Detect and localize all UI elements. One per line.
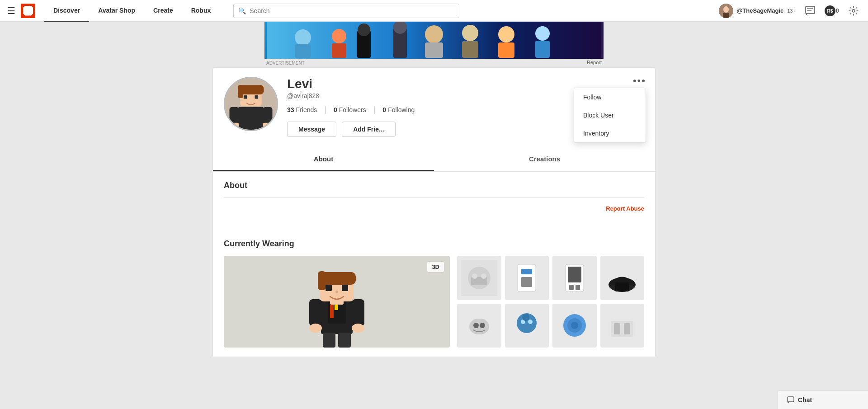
svg-point-1 xyxy=(723,6,729,13)
svg-point-74 xyxy=(473,323,479,328)
item-thumb-1[interactable] xyxy=(457,256,501,300)
search-input[interactable] xyxy=(250,7,454,14)
following-stat[interactable]: 0 Following xyxy=(382,106,415,113)
svg-rect-41 xyxy=(335,305,338,310)
svg-rect-63 xyxy=(521,277,532,287)
svg-rect-2 xyxy=(723,13,729,18)
svg-rect-35 xyxy=(263,107,273,124)
tab-creations[interactable]: Creations xyxy=(434,148,655,171)
svg-rect-31 xyxy=(244,95,247,99)
svg-rect-66 xyxy=(568,267,581,282)
svg-text:R$: R$ xyxy=(827,9,833,14)
nav-avatar-image xyxy=(719,4,733,18)
svg-rect-43 xyxy=(352,299,364,326)
items-grid xyxy=(457,256,644,348)
followers-label: Followers xyxy=(339,106,366,113)
svg-rect-14 xyxy=(332,43,346,58)
three-dots-button[interactable]: ••• xyxy=(633,75,646,87)
chat-icon-nav[interactable] xyxy=(803,4,817,18)
item-thumb-4[interactable] xyxy=(600,256,645,300)
svg-rect-22 xyxy=(462,41,478,58)
svg-rect-37 xyxy=(263,123,273,130)
svg-rect-54 xyxy=(330,300,344,305)
svg-point-19 xyxy=(425,25,443,43)
item-thumb-8[interactable] xyxy=(600,304,645,348)
svg-point-45 xyxy=(352,324,364,333)
friends-stat[interactable]: 33 Friends xyxy=(287,106,317,113)
svg-rect-40 xyxy=(330,305,334,318)
chat-bar[interactable]: Chat xyxy=(778,390,868,409)
about-title: About xyxy=(224,181,644,190)
nav-links: Discover Avatar Shop Create Robux xyxy=(44,0,220,22)
svg-rect-12 xyxy=(295,44,311,58)
about-divider xyxy=(224,197,644,198)
svg-rect-33 xyxy=(238,107,264,130)
toggle-3d-button[interactable]: 3D xyxy=(427,261,444,273)
svg-rect-67 xyxy=(569,285,574,290)
svg-rect-89 xyxy=(788,397,794,402)
tab-about[interactable]: About xyxy=(213,148,434,171)
add-friend-button[interactable]: Add Frie... xyxy=(342,122,395,137)
svg-rect-87 xyxy=(614,323,620,334)
item-thumb-3[interactable] xyxy=(552,256,597,300)
avatar-3d-panel: 3D xyxy=(224,256,450,348)
svg-rect-36 xyxy=(230,123,239,130)
svg-rect-3 xyxy=(806,6,815,14)
followers-stat[interactable]: 0 Followers xyxy=(334,106,366,113)
svg-point-23 xyxy=(498,26,514,42)
page-wrapper: ADVERTISEMENT Report xyxy=(0,22,868,409)
ad-label: ADVERTISEMENT xyxy=(266,60,305,66)
chat-label: Chat xyxy=(798,396,812,404)
nav-link-discover[interactable]: Discover xyxy=(44,0,89,22)
nav-link-create[interactable]: Create xyxy=(144,0,182,22)
item-thumb-6[interactable] xyxy=(505,304,549,348)
dropdown-block-user[interactable]: Block User xyxy=(574,106,646,124)
report-abuse-button[interactable]: Report Abuse xyxy=(224,205,644,217)
nav-right: @TheSageMagic 13+ R$ 0 xyxy=(719,4,861,18)
svg-rect-30 xyxy=(238,85,243,98)
svg-point-21 xyxy=(462,25,478,41)
nav-link-avatar-shop[interactable]: Avatar Shop xyxy=(89,0,144,22)
svg-rect-88 xyxy=(624,323,630,334)
dropdown-inventory[interactable]: Inventory xyxy=(574,124,646,142)
dropdown-follow[interactable]: Follow xyxy=(574,88,646,106)
svg-rect-47 xyxy=(338,333,351,348)
svg-point-84 xyxy=(571,322,578,329)
svg-point-75 xyxy=(480,323,485,328)
message-button[interactable]: Message xyxy=(287,122,336,137)
following-count: 0 xyxy=(382,106,386,113)
settings-icon-nav[interactable] xyxy=(846,4,861,18)
friends-count: 33 xyxy=(287,106,294,113)
nav-link-robux[interactable]: Robux xyxy=(182,0,220,22)
svg-rect-24 xyxy=(498,42,514,58)
svg-rect-20 xyxy=(425,42,443,58)
item-thumb-7[interactable] xyxy=(552,304,597,348)
item-thumb-5[interactable] xyxy=(457,304,501,348)
ad-report-link[interactable]: Report xyxy=(587,60,602,66)
friends-label: Friends xyxy=(296,106,317,113)
ad-image xyxy=(264,22,604,59)
svg-rect-26 xyxy=(535,41,550,58)
svg-point-9 xyxy=(852,9,855,12)
svg-rect-62 xyxy=(521,269,532,274)
svg-rect-46 xyxy=(323,333,335,348)
stat-divider-2: | xyxy=(373,105,376,114)
profile-avatar xyxy=(224,77,278,131)
svg-point-80 xyxy=(522,314,529,321)
svg-point-79 xyxy=(528,320,533,324)
svg-rect-34 xyxy=(230,107,239,124)
svg-rect-42 xyxy=(309,299,322,326)
dropdown-menu: Follow Block User Inventory xyxy=(574,88,646,143)
svg-point-13 xyxy=(332,29,346,43)
chat-icon xyxy=(787,396,794,404)
wearing-content: 3D xyxy=(224,256,644,348)
robux-icon-nav[interactable]: R$ 0 xyxy=(825,4,839,18)
item-thumb-2[interactable] xyxy=(505,256,549,300)
profile-tabs: About Creations xyxy=(213,148,655,172)
user-avatar-nav[interactable]: @TheSageMagic 13+ xyxy=(719,4,796,18)
roblox-logo[interactable] xyxy=(21,4,35,18)
search-box[interactable]: 🔍 xyxy=(233,4,459,18)
nav-age-badge: 13+ xyxy=(787,8,796,14)
hamburger-menu[interactable]: ☰ xyxy=(7,5,15,16)
currently-wearing-title: Currently Wearing xyxy=(224,239,644,249)
